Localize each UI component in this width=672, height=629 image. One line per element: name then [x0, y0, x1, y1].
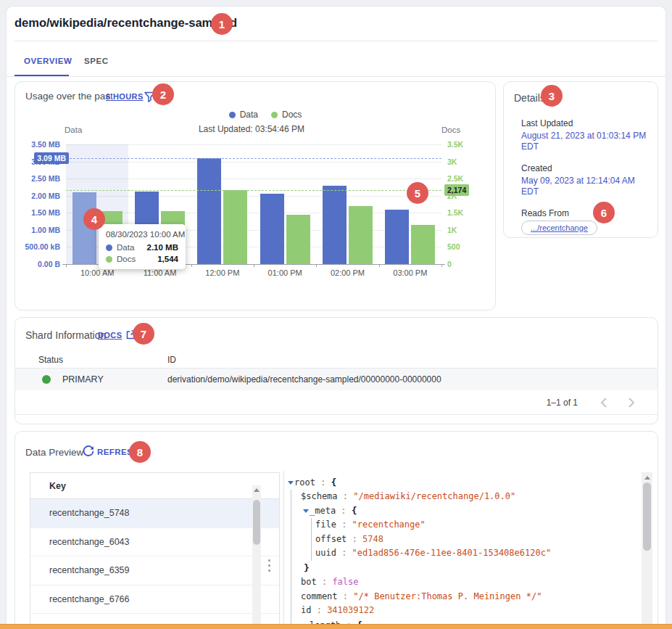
json-text: _meta : {: [310, 506, 357, 516]
left-axis-tick: 2.50 MB: [31, 174, 60, 183]
shard-id: derivation/demo/wikipedia/recentchange-s…: [167, 374, 441, 385]
json-text: comment : "/* Benutzer:Thomas P. Meining…: [301, 591, 542, 601]
chart-tooltip: 08/30/2023 10:00 AM Data 2.10 MB Docs 1,…: [99, 224, 186, 269]
json-value-string: "ed1ad856-476e-11ee-8401-153408e6120c": [352, 548, 552, 558]
docs-bar-0200pm[interactable]: [349, 206, 373, 264]
json-colon: :: [336, 506, 352, 516]
previous-page-icon[interactable]: [595, 394, 613, 411]
tab-overview[interactable]: OVERVIEW: [24, 57, 72, 65]
json-guide-line: [291, 590, 291, 604]
data-bar-0200pm[interactable]: [323, 186, 347, 264]
json-colon: :: [336, 548, 352, 558]
x-axis-label: 02:00 PM: [316, 268, 378, 277]
json-guide-line: [291, 518, 291, 533]
x-axis-tick: [379, 264, 380, 267]
annotation-badge-5: 5: [407, 182, 428, 204]
json-line: root : {: [284, 475, 640, 490]
reads-from-chip[interactable]: .../recentchange: [521, 221, 597, 235]
right-axis-tick: 0: [447, 260, 452, 268]
tooltip-row-docs: Docs 1,544: [106, 255, 178, 263]
shard-card: Shard Information DOCS Status ID PRIMARY…: [14, 317, 658, 424]
json-value-bool: false: [332, 577, 358, 587]
data-bar-0300pm[interactable]: [385, 210, 409, 264]
left-axis-tick: 0.00 B: [38, 260, 60, 268]
json-text: bot : false: [301, 577, 359, 587]
left-axis-tick: 500.00 kB: [25, 242, 60, 251]
column-header-status: Status: [38, 355, 63, 365]
column-header-id: ID: [167, 355, 176, 365]
json-text: root : {: [294, 477, 336, 488]
key-row[interactable]: recentchange_6766: [30, 585, 279, 614]
docs-series-dot: [106, 256, 112, 263]
tooltip-label: Data: [117, 243, 134, 252]
collapse-arrow-icon[interactable]: [288, 481, 294, 485]
key-row[interactable]: recentchange_5748: [30, 499, 279, 528]
json-value-string: "/* Benutzer:Thomas P. Meiningen */": [353, 591, 542, 601]
key-list-body: recentchange_5748recentchange_6043recent…: [30, 499, 279, 629]
scroll-up-icon[interactable]: [254, 488, 260, 492]
right-axis-tick: 3.5K: [447, 140, 463, 149]
json-key: _meta: [310, 506, 336, 516]
json-text: uuid : "ed1ad856-476e-11ee-8401-153408e6…: [315, 548, 551, 558]
json-guide-line: [311, 518, 312, 533]
json-line: comment : "/* Benutzer:Thomas P. Meining…: [284, 590, 640, 604]
reads-from-label: Reads From: [521, 208, 653, 218]
pagination: 1–1 of 1: [547, 394, 640, 411]
data-bar-0100pm[interactable]: [260, 194, 284, 264]
docs-bar-0100pm[interactable]: [286, 215, 310, 264]
tabs-divider: [6, 76, 666, 77]
table-row: PRIMARYderivation/demo/wikipedia/recentc…: [15, 369, 658, 390]
json-colon: :: [317, 577, 333, 587]
json-line: _meta : {: [284, 503, 640, 518]
json-colon: :: [315, 477, 331, 488]
data-max-line: [66, 158, 441, 159]
scroll-up-icon[interactable]: [644, 476, 650, 480]
annotation-badge-3: 3: [541, 85, 563, 107]
json-guide-line: [311, 546, 312, 561]
field-value: May 09, 2023 at 12:14:04 AM EDT: [521, 176, 653, 197]
json-line: id : 341039122: [284, 604, 640, 618]
field-value: August 21, 2023 at 01:03:14 PM EDT: [521, 131, 653, 152]
json-value-number: 341039122: [327, 605, 374, 615]
pagination-range: 1–1 of 1: [547, 398, 578, 408]
json-scrollbar[interactable]: [642, 472, 652, 629]
scrollbar-thumb[interactable]: [643, 482, 651, 551]
tab-spec[interactable]: SPEC: [84, 57, 109, 65]
json-text: file : "recentchange": [315, 519, 426, 530]
json-key: file: [315, 519, 336, 530]
docs-bar-1200pm[interactable]: [223, 190, 247, 264]
json-line: }: [284, 561, 640, 575]
json-line: offset : 5748: [284, 533, 640, 547]
json-colon: :: [347, 534, 362, 544]
docs-max-line: [66, 190, 441, 191]
json-text: offset : 5748: [315, 534, 383, 544]
key-list-scrollbar[interactable]: [252, 485, 261, 629]
key-row[interactable]: recentchange_6043: [30, 528, 279, 557]
key-row[interactable]: recentchange_6359: [30, 556, 279, 585]
pane-resize-handle[interactable]: [268, 559, 271, 575]
json-value-brace: }: [304, 562, 310, 573]
collapse-arrow-icon[interactable]: [303, 509, 309, 513]
key-column-header: Key: [30, 473, 279, 499]
json-key: bot: [301, 577, 317, 587]
x-axis-label: 11:00 AM: [128, 268, 191, 277]
refresh-icon[interactable]: [82, 445, 95, 458]
annotation-badge-2: 2: [152, 83, 174, 105]
data-max-marker: 3.09 MB: [34, 152, 69, 164]
x-axis-tick: [254, 264, 254, 267]
left-axis-tick: 1.50 MB: [31, 208, 60, 217]
json-guide-line: [291, 604, 291, 618]
right-axis-tick: 1K: [447, 226, 457, 234]
x-axis-label: 01:00 PM: [254, 268, 316, 277]
left-axis-tick: 3.50 MB: [31, 140, 60, 149]
scrollbar-thumb[interactable]: [253, 500, 260, 545]
docs-max-marker: 2,174: [444, 184, 469, 196]
json-text: $schema : "/mediawiki/recentchange/1.0.0…: [301, 491, 515, 501]
docs-bar-0300pm[interactable]: [411, 225, 435, 264]
screenshot-border: [0, 624, 672, 629]
data-bar-1200pm[interactable]: [197, 158, 221, 264]
annotation-badge-7: 7: [133, 323, 154, 345]
field-label: Created: [521, 163, 653, 173]
shard-docs-link[interactable]: DOCS: [98, 331, 122, 340]
next-page-icon[interactable]: [623, 394, 640, 411]
